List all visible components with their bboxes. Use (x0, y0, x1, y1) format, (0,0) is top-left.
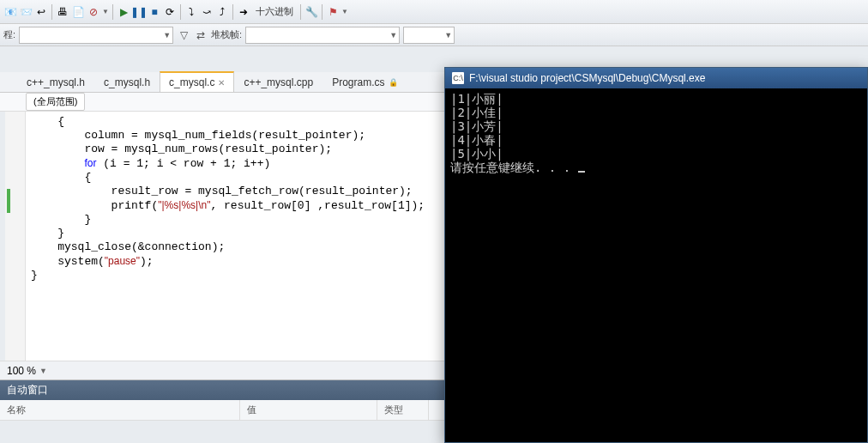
console-output: |1|小丽| |2|小佳| |3|小芳| |4|小春| |5|小小| 请按任意键… (445, 88, 867, 442)
stack-combo[interactable]: ▼ (245, 27, 400, 44)
mail2-icon[interactable]: 📨 (19, 5, 33, 19)
separator (232, 4, 233, 20)
lock-icon: 🔒 (389, 78, 398, 87)
tab-label: c_mysql.h (104, 76, 150, 88)
step-over-icon[interactable]: ⤻ (200, 5, 214, 19)
gutter (5, 112, 26, 361)
zoom-value[interactable]: 100 % (7, 365, 36, 377)
col-type[interactable]: 类型 (377, 400, 429, 420)
console-title-text: F:\visual studio project\CSMysql\Debug\C… (469, 72, 705, 84)
stop-icon[interactable]: ■ (148, 5, 161, 19)
separator (112, 4, 113, 20)
tab-label: c++_mysql.h (27, 76, 85, 88)
mail-icon[interactable]: 📧 (3, 5, 17, 19)
dropdown-icon[interactable]: ▼ (341, 8, 348, 15)
step-into-icon[interactable]: ⤵ (184, 5, 198, 19)
tab-c---mysql-cpp[interactable]: c++_mysql.cpp (234, 72, 322, 92)
reply-icon[interactable]: ↩ (34, 5, 48, 19)
step-out-icon[interactable]: ⤴ (215, 5, 229, 19)
close-icon[interactable]: ✕ (218, 78, 225, 88)
tab-c-mysql-h[interactable]: c_mysql.h (94, 72, 160, 92)
tab-label: Program.cs (332, 76, 384, 88)
tab-Program-cs[interactable]: Program.cs🔒 (322, 72, 407, 92)
process-label: 程: (3, 28, 15, 41)
filter-icon[interactable]: ▽ (177, 28, 190, 42)
separator (51, 4, 52, 20)
chevron-down-icon[interactable]: ▼ (39, 367, 47, 375)
col-value[interactable]: 值 (240, 400, 377, 420)
chevron-down-icon: ▼ (444, 31, 452, 39)
separator (322, 4, 322, 20)
stack-label: 堆栈帧: (211, 28, 242, 41)
tab-c---mysql-h[interactable]: c++_mysql.h (17, 72, 94, 92)
thread-icon[interactable]: ⇄ (194, 28, 208, 42)
cancel-icon[interactable]: ⊘ (87, 5, 100, 19)
tab-label: c++_mysql.cpp (244, 76, 313, 88)
play-icon[interactable]: ▶ (117, 5, 130, 19)
change-marker (7, 189, 10, 213)
process-combo[interactable]: ▼ (19, 27, 173, 44)
process-toolbar: 程: ▼ ▽ ⇄ 堆栈帧: ▼ ▼ (0, 24, 868, 46)
col-name[interactable]: 名称 (0, 400, 240, 420)
separator (180, 4, 181, 20)
chevron-down-icon: ▼ (389, 31, 397, 39)
tab-c-mysql-c[interactable]: c_mysql.c✕ (160, 71, 234, 92)
scope-selector[interactable]: (全局范围) (26, 93, 85, 111)
console-titlebar[interactable]: C:\ F:\visual studio project\CSMysql\Deb… (445, 68, 867, 88)
tab-label: c_mysql.c (169, 76, 214, 88)
restart-icon[interactable]: ⟳ (163, 5, 177, 19)
run-to-icon[interactable]: ➜ (237, 5, 250, 19)
doc-icon[interactable]: 📄 (71, 5, 85, 19)
extra-combo[interactable]: ▼ (403, 27, 455, 44)
main-toolbar: 📧 📨 ↩ 🖶 📄 ⊘ ▼ ▶ ❚❚ ■ ⟳ ⤵ ⤻ ⤴ ➜ 十六进制 🔧 ⚑ … (0, 0, 868, 24)
print-icon[interactable]: 🖶 (56, 5, 69, 19)
separator (300, 4, 301, 20)
console-window[interactable]: C:\ F:\visual studio project\CSMysql\Deb… (444, 67, 868, 443)
flag-icon[interactable]: ⚑ (326, 5, 340, 19)
chevron-down-icon: ▼ (163, 31, 171, 39)
dropdown-icon[interactable]: ▼ (102, 8, 109, 15)
pause-icon[interactable]: ❚❚ (132, 5, 146, 19)
tool-icon[interactable]: 🔧 (304, 5, 318, 19)
hex-label[interactable]: 十六进制 (252, 5, 297, 18)
exe-icon: C:\ (452, 72, 464, 84)
